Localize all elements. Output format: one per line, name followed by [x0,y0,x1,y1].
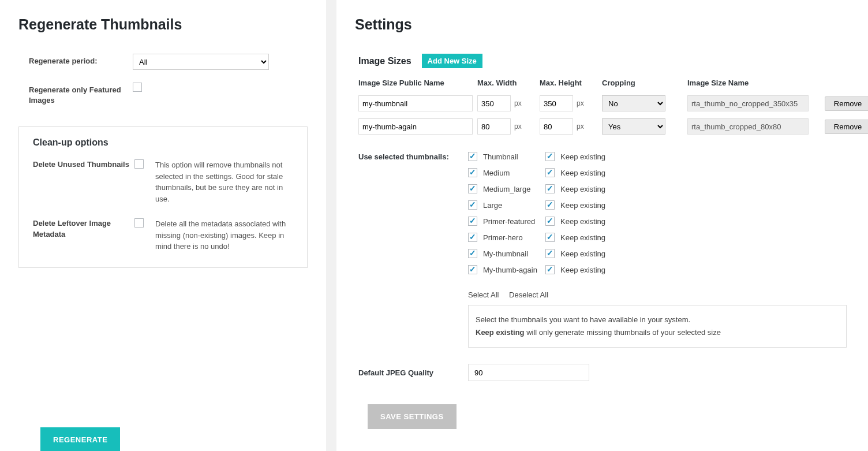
col-max-width: Max. Width [477,79,535,87]
delete-unused-desc: This option will remove thumbnails not s… [155,159,293,204]
featured-only-checkbox[interactable] [133,83,142,92]
info-box: Select the thumbnails you want to have a… [468,305,847,348]
size-public-name-input[interactable] [358,95,473,111]
info-line-1: Select the thumbnails you want to have a… [476,314,839,326]
keep-existing-checkbox[interactable] [545,265,555,274]
size-row: px px Yes Remove [358,118,854,135]
thumb-row: Primer-heroKeep existing [468,233,854,242]
thumb-name: Thumbnail [483,152,518,161]
px-label: px [514,99,522,107]
jpeg-quality-input[interactable] [468,364,589,381]
thumb-checkbox[interactable] [468,184,477,193]
size-row: px px No Remove [358,95,854,111]
info-line-2: will only generate missing thumbnails of… [525,328,721,337]
keep-existing-checkbox[interactable] [545,168,555,177]
thumb-name: My-thumbnail [483,249,528,258]
size-cropping-select[interactable]: Yes [602,118,665,135]
px-label: px [577,99,584,107]
thumb-checkbox[interactable] [468,265,477,274]
delete-meta-checkbox[interactable] [134,218,144,228]
keep-existing-label: Keep existing [560,152,605,161]
jpeg-quality-label: Default JPEG Quality [358,368,468,377]
keep-existing-label: Keep existing [560,233,605,242]
size-public-name-input[interactable] [358,118,473,135]
settings-panel: Settings Image Sizes Add New Size Image … [336,0,868,451]
select-all-link[interactable]: Select All [468,290,499,299]
thumb-checkbox[interactable] [468,233,477,242]
use-selected-label: Use selected thumbnails: [358,152,468,348]
keep-existing-checkbox[interactable] [545,233,555,242]
thumb-name: Medium [483,169,510,177]
thumb-checkbox[interactable] [468,168,477,177]
info-keep-existing: Keep existing [476,328,525,337]
regenerate-period-select[interactable]: All [133,54,269,70]
keep-existing-label: Keep existing [560,249,605,258]
px-label: px [577,122,584,131]
thumb-checkbox[interactable] [468,152,477,161]
size-width-input[interactable] [477,118,511,135]
period-label: Regenerate period: [29,54,133,70]
deselect-all-link[interactable]: Deselect All [509,290,548,299]
settings-title: Settings [355,16,854,33]
regenerate-title: Regenerate Thumbnails [18,16,312,33]
save-settings-button[interactable]: SAVE SETTINGS [368,404,457,429]
col-slug: Image Size Name [687,79,820,87]
keep-existing-label: Keep existing [560,266,605,274]
keep-existing-label: Keep existing [560,201,605,210]
keep-existing-checkbox[interactable] [545,184,555,193]
px-label: px [514,122,522,131]
thumb-row: MediumKeep existing [468,168,854,177]
size-height-input[interactable] [540,118,573,135]
size-height-input[interactable] [540,95,573,111]
thumb-row: My-thumb-againKeep existing [468,265,854,274]
keep-existing-label: Keep existing [560,217,605,226]
thumb-checkbox[interactable] [468,217,477,226]
col-public-name: Image Size Public Name [358,79,473,87]
size-width-input[interactable] [477,95,511,111]
thumb-row: Medium_largeKeep existing [468,184,854,193]
delete-meta-label: Delete Leftover Image Metadata [33,218,134,252]
image-sizes-heading: Image Sizes [358,56,411,66]
keep-existing-label: Keep existing [560,169,605,177]
delete-meta-desc: Delete all the metadata associated with … [155,218,293,252]
thumb-row: ThumbnailKeep existing [468,152,854,161]
add-new-size-button[interactable]: Add New Size [422,54,482,68]
regenerate-button[interactable]: REGENERATE [40,427,120,451]
delete-unused-label: Delete Unused Thumbnails [33,159,134,204]
size-cropping-select[interactable]: No [602,95,665,111]
thumb-name: Primer-hero [483,233,523,242]
col-cropping: Cropping [602,79,683,87]
keep-existing-checkbox[interactable] [545,249,555,258]
remove-size-button[interactable]: Remove [825,96,868,111]
cleanup-title: Clean-up options [33,137,293,148]
keep-existing-checkbox[interactable] [545,152,555,161]
col-max-height: Max. Height [540,79,597,87]
thumb-row: LargeKeep existing [468,200,854,210]
thumb-name: Medium_large [483,185,530,193]
size-slug-input [687,95,809,111]
thumb-name: My-thumb-again [483,266,537,274]
thumb-name: Large [483,201,502,210]
thumb-checkbox[interactable] [468,200,477,210]
keep-existing-checkbox[interactable] [545,200,555,210]
thumb-row: Primer-featuredKeep existing [468,217,854,226]
keep-existing-label: Keep existing [560,185,605,193]
keep-existing-checkbox[interactable] [545,217,555,226]
remove-size-button[interactable]: Remove [825,120,868,134]
featured-only-label: Regenerate only Featured Images [29,83,133,106]
thumb-name: Primer-featured [483,217,535,226]
thumb-row: My-thumbnailKeep existing [468,249,854,258]
size-slug-input [687,118,809,135]
delete-unused-checkbox[interactable] [134,159,144,169]
cleanup-options-box: Clean-up options Delete Unused Thumbnail… [18,126,308,268]
regenerate-panel: Regenerate Thumbnails Regenerate period:… [0,0,326,451]
thumb-checkbox[interactable] [468,249,477,258]
